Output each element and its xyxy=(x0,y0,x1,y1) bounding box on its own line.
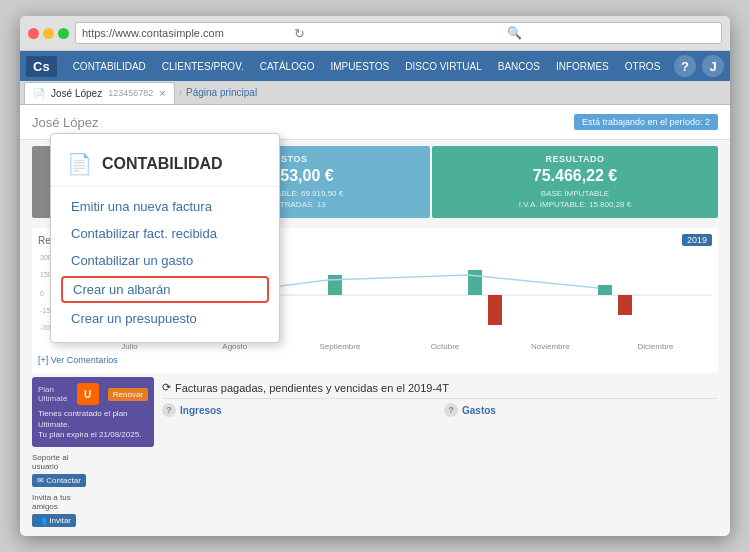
facturas-row: ? Ingresos ? Gastos xyxy=(162,398,718,417)
nav-bancos[interactable]: BANCOS xyxy=(490,51,548,81)
user-avatar[interactable]: J xyxy=(702,55,724,77)
contact-button[interactable]: ✉ Contactar xyxy=(32,474,86,487)
chart-label-julio: Julio xyxy=(77,342,182,351)
support-section: Soporte alusuario ✉ Contactar xyxy=(32,453,154,487)
dropdown-document-icon: 📄 xyxy=(67,152,92,176)
browser-chrome: https://www.contasimple.com ↻ 🔍 xyxy=(20,16,730,51)
resultado-sub: BASE IMPUTABLE I.V.A. IMPUTABLE: 15.800,… xyxy=(440,188,710,210)
chart-label-octubre: Octubre xyxy=(393,342,498,351)
nav-otros[interactable]: OTROS xyxy=(617,51,669,81)
left-sidebar: PlanUltimate U Renovar Tienes contratado… xyxy=(32,377,162,526)
renew-button[interactable]: Renovar xyxy=(108,388,148,401)
invite-button[interactable]: 👥 Invitar xyxy=(32,514,76,527)
dropdown-title: CONTABILIDAD xyxy=(102,155,223,173)
facturas-section: ⟳ Facturas pagadas, pendientes y vencida… xyxy=(162,377,718,526)
minimize-button[interactable] xyxy=(43,28,54,39)
svg-rect-7 xyxy=(328,275,342,295)
breadcrumb-separator: › xyxy=(179,87,182,98)
tab-document-icon: 📄 xyxy=(33,88,45,99)
bottom-section: PlanUltimate U Renovar Tienes contratado… xyxy=(20,377,730,526)
nav-items: CONTABILIDAD CLIENTES/PROV. CATÁLOGO IMP… xyxy=(65,51,674,81)
app-nav: Cs CONTABILIDAD CLIENTES/PROV. CATÁLOGO … xyxy=(20,51,730,81)
facturas-title: ⟳ Facturas pagadas, pendientes y vencida… xyxy=(162,377,718,398)
main-content: José López Está trabajando en el período… xyxy=(20,105,730,536)
user-greeting: José López xyxy=(32,113,99,131)
dropdown-item-gasto[interactable]: Contabilizar un gasto xyxy=(51,247,279,274)
dropdown-item-fact-recibida[interactable]: Contabilizar fact. recibida xyxy=(51,220,279,247)
ingresos-help-icon[interactable]: ? xyxy=(162,403,176,417)
refresh-icon[interactable]: ↻ xyxy=(294,26,502,41)
nav-contabilidad[interactable]: CONTABILIDAD xyxy=(65,51,154,81)
active-tab[interactable]: 📄 José López 123456782 × xyxy=(24,82,175,104)
help-button[interactable]: ? xyxy=(674,55,696,77)
chart-comments-link[interactable]: [+] Ver Comentarios xyxy=(38,353,712,367)
svg-rect-10 xyxy=(598,285,612,295)
chart-label-agosto: Agosto xyxy=(182,342,287,351)
plan-header: PlanUltimate U Renovar xyxy=(38,383,148,405)
address-text: https://www.contasimple.com xyxy=(82,27,290,39)
svg-rect-9 xyxy=(488,295,502,325)
search-icon[interactable]: 🔍 xyxy=(507,26,715,40)
browser-window: https://www.contasimple.com ↻ 🔍 Cs CONTA… xyxy=(20,16,730,536)
invite-label: Invita a tusamigos xyxy=(32,493,154,511)
nav-informes[interactable]: INFORMES xyxy=(548,51,617,81)
tab-close-icon[interactable]: × xyxy=(159,87,165,99)
dropdown-item-albaran[interactable]: Crear un albarán xyxy=(61,276,269,303)
tab-bar: 📄 José López 123456782 × › Página princi… xyxy=(20,81,730,105)
nav-right: ? J xyxy=(674,55,724,77)
svg-rect-11 xyxy=(618,295,632,315)
plan-text: Tienes contratado el plan Ultimate. Tu p… xyxy=(38,409,148,440)
gastos-col-label: Gastos xyxy=(462,405,496,416)
nav-catalogo[interactable]: CATÁLOGO xyxy=(252,51,323,81)
invite-section: Invita a tusamigos 👥 Invitar xyxy=(32,493,154,527)
plan-label: PlanUltimate xyxy=(38,385,67,403)
svg-text:0: 0 xyxy=(40,290,44,297)
svg-rect-8 xyxy=(468,270,482,295)
facturas-icon: ⟳ xyxy=(162,381,171,394)
resultado-value: 75.466,22 € xyxy=(440,167,710,185)
fullscreen-button[interactable] xyxy=(58,28,69,39)
tab-id: 123456782 xyxy=(108,88,153,98)
support-label: Soporte alusuario xyxy=(32,453,154,471)
facturas-gastos-col: ? Gastos xyxy=(444,403,718,417)
dropdown-item-nueva-factura[interactable]: Emitir una nueva factura xyxy=(51,193,279,220)
dropdown-item-presupuesto[interactable]: Crear un presupuesto xyxy=(51,305,279,332)
facturas-ingresos-col: ? Ingresos xyxy=(162,403,436,417)
resultado-label: RESULTADO xyxy=(440,154,710,164)
dropdown-menu: 📄 CONTABILIDAD Emitir una nueva factura … xyxy=(50,133,280,343)
traffic-lights xyxy=(28,28,69,39)
tab-user: José López xyxy=(51,88,102,99)
chart-year-badge: 2019 xyxy=(682,234,712,246)
dropdown-header: 📄 CONTABILIDAD xyxy=(51,144,279,187)
period-badge: Está trabajando en el período: 2 xyxy=(574,114,718,130)
plan-logo: U xyxy=(77,383,99,405)
close-button[interactable] xyxy=(28,28,39,39)
nav-disco[interactable]: DISCO VIRTUAL xyxy=(397,51,490,81)
chart-label-septiembre: Septiembre xyxy=(287,342,392,351)
nav-impuestos[interactable]: IMPUESTOS xyxy=(323,51,398,81)
nav-clientes[interactable]: CLIENTES/PROV. xyxy=(154,51,252,81)
ingresos-col-label: Ingresos xyxy=(180,405,222,416)
main-page-link[interactable]: Página principal xyxy=(186,87,257,98)
cs-logo[interactable]: Cs xyxy=(26,56,57,77)
chart-label-diciembre: Diciembre xyxy=(603,342,708,351)
gastos-help-icon[interactable]: ? xyxy=(444,403,458,417)
resultado-card: RESULTADO 75.466,22 € BASE IMPUTABLE I.V… xyxy=(432,146,718,218)
address-bar[interactable]: https://www.contasimple.com ↻ 🔍 xyxy=(75,22,722,44)
chart-label-noviembre: Noviembre xyxy=(498,342,603,351)
plan-card: PlanUltimate U Renovar Tienes contratado… xyxy=(32,377,154,446)
